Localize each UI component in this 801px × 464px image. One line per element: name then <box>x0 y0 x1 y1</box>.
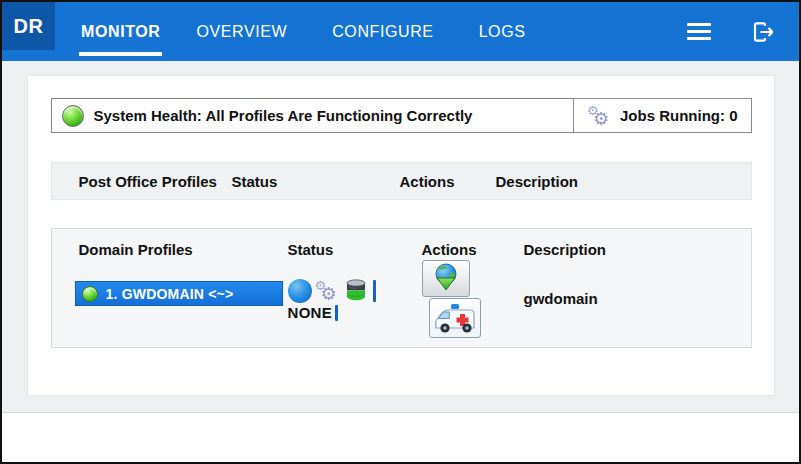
ambulance-icon <box>432 301 478 335</box>
domain-description: gwdomain <box>524 290 751 338</box>
health-status-green-icon <box>62 105 84 127</box>
domain-profiles-panel: Domain Profiles Status Actions Descripti… <box>51 228 752 348</box>
status-label-row: NONE <box>288 304 422 321</box>
status-label: NONE <box>288 304 333 321</box>
nav-item-monitor[interactable]: MONITOR <box>69 2 172 61</box>
status-separator-bar <box>373 280 376 302</box>
dom-col-profiles: Domain Profiles <box>79 241 288 258</box>
download-sync-action-button[interactable] <box>422 260 470 297</box>
system-health-bar: System Health: All Profiles Are Function… <box>51 98 752 133</box>
dom-col-description: Description <box>524 241 751 258</box>
status-gears-icon: ⚙⚙ <box>314 279 340 303</box>
dom-col-actions: Actions <box>422 241 524 258</box>
po-col-status: Status <box>232 173 400 190</box>
menu-icon[interactable] <box>687 23 711 40</box>
jobs-running-text: Jobs Running: 0 <box>620 107 738 124</box>
footer-area <box>2 412 799 462</box>
nav-item-configure[interactable]: CONFIGURE <box>320 2 445 61</box>
monitor-content-card: System Health: All Profiles Are Function… <box>27 75 775 396</box>
po-col-description: Description <box>496 173 751 190</box>
po-col-profiles: Post Office Profiles <box>79 173 232 190</box>
domain-profile-row: 1. GWDOMAIN <~> ⚙⚙ <box>52 258 751 338</box>
jobs-running-box: ⚙⚙ Jobs Running: 0 <box>573 98 752 133</box>
profile-health-green-icon <box>82 286 98 302</box>
nav-item-overview[interactable]: OVERVIEW <box>184 2 299 61</box>
domain-profile-name: 1. GWDOMAIN <~> <box>106 286 234 302</box>
post-office-profiles-header: Post Office Profiles Status Actions Desc… <box>51 162 752 200</box>
status-label-bar <box>335 305 338 321</box>
top-navigation-bar: DR MONITOR OVERVIEW CONFIGURE LOGS <box>2 2 799 61</box>
app-logo: DR <box>2 2 55 50</box>
jobs-gears-icon: ⚙⚙ <box>586 104 612 128</box>
status-icons: ⚙⚙ <box>288 278 422 303</box>
domain-profile-button[interactable]: 1. GWDOMAIN <~> <box>75 281 283 306</box>
nav-item-logs[interactable]: LOGS <box>467 2 538 61</box>
disaster-recovery-action-button[interactable] <box>429 298 481 338</box>
page-background: System Health: All Profiles Are Function… <box>2 61 799 412</box>
actions-column <box>422 260 524 338</box>
system-health-text: System Health: All Profiles Are Function… <box>94 107 473 124</box>
main-nav: MONITOR OVERVIEW CONFIGURE LOGS <box>69 2 538 61</box>
po-col-actions: Actions <box>400 173 496 190</box>
dom-col-status: Status <box>288 241 422 258</box>
app-window: DR MONITOR OVERVIEW CONFIGURE LOGS Syste… <box>0 0 801 464</box>
database-icon <box>344 278 368 303</box>
globe-download-icon <box>427 263 465 294</box>
logout-icon[interactable] <box>751 20 777 44</box>
status-circle-icon <box>288 279 312 303</box>
domain-profiles-header: Domain Profiles Status Actions Descripti… <box>52 229 751 258</box>
